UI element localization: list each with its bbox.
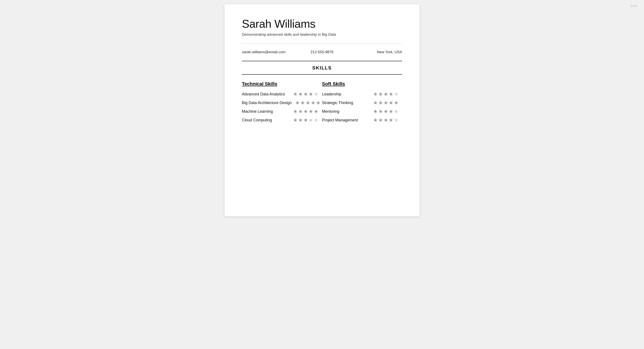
skill-row: Project Management ★ ★ ★ ★ ★: [322, 117, 402, 123]
star-icon: ★: [314, 91, 318, 97]
skill-rating: ★ ★ ★ ★ ★: [293, 117, 318, 123]
star-icon: ★: [306, 100, 310, 105]
star-icon: ★: [384, 117, 388, 123]
skill-row: Strategic Thinking ★ ★ ★ ★ ★: [322, 100, 402, 105]
contact-phone: 212-555-9876: [295, 50, 349, 54]
skill-row: Cloud Computing ★ ★ ★ ★ ★: [242, 117, 322, 123]
star-icon: ★: [293, 109, 298, 114]
skill-name: Leadership: [322, 92, 370, 96]
skill-name: Cloud Computing: [242, 118, 290, 122]
star-icon: ★: [394, 117, 399, 123]
star-icon: ★: [378, 109, 383, 114]
star-icon: ★: [378, 117, 383, 123]
star-icon: ★: [373, 109, 378, 114]
star-icon: ★: [378, 91, 383, 97]
star-icon: ★: [373, 117, 378, 123]
skill-name: Strategic Thinking: [322, 101, 370, 105]
skill-row: Machine Learning ★ ★ ★ ★ ★: [242, 109, 322, 114]
star-icon: ★: [314, 109, 318, 114]
soft-skills-column: Soft Skills Leadership ★ ★ ★ ★ ★ Strateg…: [322, 81, 402, 126]
star-icon: ★: [394, 91, 399, 97]
skill-rating: ★ ★ ★ ★ ★: [373, 100, 399, 105]
star-icon: ★: [384, 91, 388, 97]
skill-rating: ★ ★ ★ ★ ★: [295, 100, 321, 105]
star-icon: ★: [308, 109, 313, 114]
skill-name: Advanced Data Analytics: [242, 92, 290, 96]
technical-skills-column: Technical Skills Advanced Data Analytics…: [242, 81, 322, 126]
star-icon: ★: [308, 117, 313, 123]
contact-divider-top: [242, 43, 402, 43]
skill-rating: ★ ★ ★ ★ ★: [373, 109, 399, 114]
skills-section-divider: [242, 74, 402, 75]
star-icon: ★: [298, 117, 303, 123]
star-icon: ★: [384, 109, 388, 114]
skill-name: Machine Learning: [242, 109, 290, 114]
star-icon: ★: [304, 117, 308, 123]
star-icon: ★: [314, 117, 318, 123]
star-icon: ★: [304, 109, 308, 114]
contact-email: sarah.williams@email.com: [242, 50, 295, 54]
star-icon: ★: [316, 100, 321, 105]
star-icon: ★: [373, 100, 378, 105]
contact-row: sarah.williams@email.com 212-555-9876 Ne…: [242, 48, 402, 56]
star-icon: ★: [298, 109, 303, 114]
star-icon: ★: [300, 100, 305, 105]
skill-name: Mentoring: [322, 109, 370, 114]
star-icon: ★: [311, 100, 316, 105]
skill-rating: ★ ★ ★ ★ ★: [293, 91, 318, 97]
skill-rating: ★ ★ ★ ★ ★: [293, 109, 318, 114]
soft-skills-heading: Soft Skills: [322, 81, 402, 87]
star-icon: ★: [389, 100, 394, 105]
star-icon: ★: [293, 117, 298, 123]
star-icon: ★: [389, 91, 394, 97]
skills-grid: Technical Skills Advanced Data Analytics…: [242, 81, 402, 126]
star-icon: ★: [308, 91, 313, 97]
star-icon: ★: [394, 109, 399, 114]
contact-location: New York, USA: [349, 50, 402, 54]
skill-row: Leadership ★ ★ ★ ★ ★: [322, 91, 402, 97]
skill-name: Project Management: [322, 118, 370, 122]
star-icon: ★: [293, 91, 298, 97]
star-icon: ★: [389, 109, 394, 114]
candidate-name: Sarah Williams: [242, 17, 402, 30]
star-icon: ★: [394, 100, 399, 105]
skill-rating: ★ ★ ★ ★ ★: [373, 117, 399, 123]
star-icon: ★: [373, 91, 378, 97]
resume-page: Sarah Williams Demonstrating advanced sk…: [224, 4, 420, 216]
skills-section-title: SKILLS: [242, 61, 402, 74]
star-icon: ★: [378, 100, 383, 105]
star-icon: ★: [298, 91, 303, 97]
skill-row: Big Data Architecture Design ★ ★ ★ ★ ★: [242, 100, 322, 105]
skill-name: Big Data Architecture Design: [242, 101, 292, 105]
star-icon: ★: [304, 91, 308, 97]
technical-skills-heading: Technical Skills: [242, 81, 322, 87]
star-icon: ★: [389, 117, 394, 123]
skill-row: Mentoring ★ ★ ★ ★ ★: [322, 109, 402, 114]
skill-row: Advanced Data Analytics ★ ★ ★ ★ ★: [242, 91, 322, 97]
skill-rating: ★ ★ ★ ★ ★: [373, 91, 399, 97]
star-icon: ★: [384, 100, 388, 105]
star-icon: ★: [295, 100, 300, 105]
page-counter: 1 of 1: [630, 4, 638, 7]
candidate-tagline: Demonstrating advanced skills and leader…: [242, 32, 402, 37]
